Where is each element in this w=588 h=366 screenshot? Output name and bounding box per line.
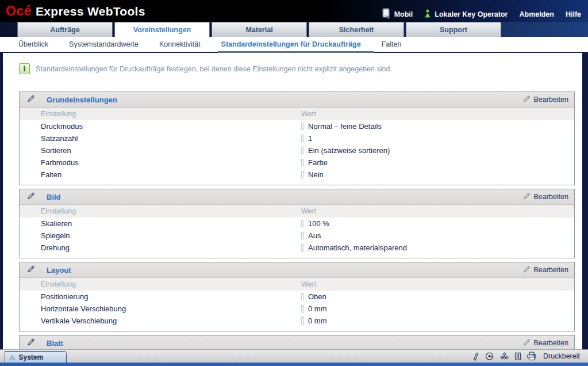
printer-icon [526, 352, 537, 361]
setting-row: Positionierung Oben [20, 291, 574, 303]
value-marker-icon [301, 244, 304, 251]
value-marker-icon [301, 305, 304, 312]
tab-support[interactable]: Support [406, 22, 501, 37]
setting-value-cell: Oben [301, 292, 326, 301]
system-status-tab[interactable]: △ System [5, 351, 67, 363]
content-area: i Standardeinstellungen für Druckaufträg… [0, 53, 588, 349]
setting-value-cell: Farbe [301, 158, 328, 167]
setting-value-cell: Automatisch, materialsparend [301, 243, 407, 252]
section-header: Grundeinstellungen Bearbeiten [20, 92, 574, 108]
pause-icon [514, 352, 521, 361]
edit-pencil-icon [522, 94, 531, 105]
setting-value: Farbe [308, 158, 328, 167]
setting-value: 1 [308, 134, 312, 143]
top-header: Océ Express WebTools Mobil [0, 0, 588, 22]
pencil-icon [26, 337, 36, 349]
section-header: Bild Bearbeiten [20, 189, 574, 205]
oce-express-webtools-window: Océ Express WebTools Mobil [0, 0, 588, 366]
main-tab-bar: Aufträge Voreinstellungen Material Siche… [0, 22, 588, 37]
header-links: Mobil Lokaler Key Operator Abmelden Hilf… [382, 1, 581, 21]
setting-value-cell: 100 % [301, 219, 329, 228]
setting-row: Satzanzahl 1 [20, 132, 574, 144]
edit-button[interactable]: Bearbeiten [522, 192, 568, 202]
edit-label: Bearbeiten [534, 193, 568, 201]
value-marker-icon [301, 147, 304, 154]
section-title: Layout [47, 266, 71, 274]
setting-row: Sortieren Ein (satzweise sortieren) [20, 144, 574, 157]
setting-value: 100 % [308, 219, 329, 228]
value-marker-icon [301, 232, 304, 239]
setting-row: Vertikale Verschiebung 0 mm [20, 315, 574, 327]
tab-voreinstellungen[interactable]: Voreinstellungen [114, 22, 210, 37]
printer-status-text: Druckbereit [543, 352, 580, 360]
setting-name: Skalieren [41, 219, 301, 228]
media-roll-icon [485, 352, 494, 361]
setting-value-cell: Nein [301, 170, 324, 179]
column-setting: Einstellung [41, 207, 301, 215]
logout-link[interactable]: Abmelden [519, 10, 554, 18]
brand-title: Express WebTools [36, 5, 145, 18]
setting-row: Farbmodus Farbe [20, 157, 574, 169]
tab-auftraege[interactable]: Aufträge [17, 22, 113, 37]
help-link[interactable]: Hilfe [566, 10, 581, 18]
pencil-icon [26, 264, 36, 276]
setting-name: Spiegeln [41, 231, 301, 240]
settings-section: Grundeinstellungen Bearbeiten Einstellun… [19, 92, 575, 185]
edit-pencil-icon [522, 192, 531, 202]
subnav-standardeinstellungen[interactable]: Standardeinstellungen für Druckaufträge [221, 37, 361, 52]
setting-row: Falten Nein [20, 169, 574, 181]
column-header-row: Einstellung Wert [20, 205, 574, 218]
edit-pencil-icon [522, 265, 531, 275]
setting-value: Aus [308, 231, 321, 240]
setting-row: Horizontale Verschiebung 0 mm [20, 303, 574, 315]
edit-button[interactable]: Bearbeiten [522, 338, 568, 348]
mobil-link[interactable]: Mobil [382, 8, 413, 21]
subnav-ueberblick[interactable]: Überblick [18, 37, 48, 52]
subnav-systemstandardwerte[interactable]: Systemstandardwerte [69, 37, 139, 52]
setting-name: Positionierung [41, 292, 301, 301]
setting-value: 0 mm [308, 304, 327, 313]
settings-section: Bild Bearbeiten Einstellung Wert Skalier… [19, 189, 575, 258]
value-marker-icon [301, 123, 304, 130]
setting-name: Falten [41, 170, 301, 179]
tab-sicherheit[interactable]: Sicherheit [309, 22, 404, 37]
column-setting: Einstellung [41, 110, 301, 118]
printer-status-group: Druckbereit [471, 352, 588, 361]
edit-button[interactable]: Bearbeiten [522, 94, 568, 105]
section-title: Blatt [47, 339, 63, 348]
edit-label: Bearbeiten [534, 266, 568, 274]
setting-value: Normal – feine Details [308, 122, 382, 131]
column-header-row: Einstellung Wert [20, 278, 574, 291]
warning-triangle-icon: △ [10, 353, 14, 361]
setting-name: Sortieren [41, 146, 301, 155]
setting-value-cell: 0 mm [301, 317, 327, 325]
subnav-falten[interactable]: Falten [382, 37, 402, 52]
setting-name: Horizontale Verschiebung [41, 304, 301, 313]
section-title: Bild [47, 193, 61, 201]
mobile-phone-icon [382, 8, 391, 21]
pencil-icon [26, 191, 36, 203]
pen-icon [471, 352, 479, 361]
setting-value: Automatisch, materialsparend [308, 243, 407, 252]
edit-label: Bearbeiten [534, 96, 568, 104]
setting-value: Oben [308, 292, 326, 301]
toner-pearls-icon [499, 352, 509, 361]
pencil-icon [26, 94, 36, 105]
subnav-konnektivitaet[interactable]: Konnektivität [159, 37, 201, 52]
setting-value: 0 mm [308, 317, 327, 325]
column-value: Wert [301, 207, 316, 215]
bottom-frame-strip [0, 363, 588, 366]
value-marker-icon [301, 317, 304, 325]
sub-nav: Überblick Systemstandardwerte Konnektivi… [0, 37, 588, 53]
setting-row: Spiegeln Aus [20, 230, 574, 242]
settings-section: Layout Bearbeiten Einstellung Wert Posit… [19, 262, 575, 331]
info-text: Standardeinstellungen für Druckaufträge … [36, 65, 392, 73]
value-marker-icon [301, 220, 304, 227]
column-header-row: Einstellung Wert [20, 108, 574, 120]
tab-material[interactable]: Material [212, 22, 307, 37]
setting-row: Drehung Automatisch, materialsparend [20, 242, 574, 254]
setting-row: Druckmodus Normal – feine Details [20, 120, 574, 132]
edit-pencil-icon [522, 338, 531, 348]
logged-in-user[interactable]: Lokaler Key Operator [424, 9, 508, 20]
edit-button[interactable]: Bearbeiten [522, 265, 568, 275]
